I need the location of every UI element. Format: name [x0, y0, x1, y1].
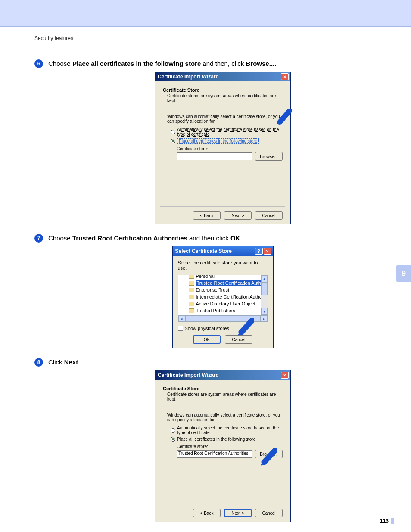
folder-icon	[189, 275, 194, 279]
scroll-down-icon[interactable]: ▾	[261, 308, 268, 315]
cert-import-wizard-dialog-step6: Certificate Import Wizard × Certificate …	[155, 72, 291, 224]
arrow-icon	[259, 448, 277, 467]
show-physical-stores-checkbox[interactable]: Show physical stores	[178, 326, 268, 331]
arrow-icon	[275, 109, 292, 126]
t: Click	[48, 358, 64, 366]
t: .	[78, 358, 80, 366]
tree-label: Active Directory User Object	[196, 301, 255, 306]
step-text: Choose Trusted Root Certification Author…	[48, 234, 242, 243]
scroll-up-icon[interactable]: ▴	[261, 275, 268, 282]
dialog-titlebar: Certificate Import Wizard ×	[155, 72, 290, 81]
tree-label: Trusted Publishers	[196, 308, 235, 313]
close-icon[interactable]: ×	[281, 73, 289, 80]
tree-label: Trusted Root Certification Authorities	[196, 280, 268, 286]
cert-store-field[interactable]	[177, 152, 252, 160]
t: .	[274, 60, 276, 67]
step-bullet: 8	[34, 358, 43, 367]
close-icon[interactable]: ×	[264, 248, 271, 255]
scroll-left-icon[interactable]: ◂	[178, 315, 185, 322]
select-store-label: Select the certificate store you want to…	[178, 260, 268, 271]
tree-item-personal[interactable]: Personal	[179, 275, 267, 280]
header-band	[0, 0, 411, 27]
select-cert-store-dialog: Select Certificate Store ? × Select the …	[172, 246, 274, 348]
folder-icon	[189, 302, 194, 306]
checkbox-icon	[178, 326, 183, 331]
ok-button[interactable]: OK	[193, 335, 221, 344]
t: Choose	[48, 60, 72, 67]
dialog-title: Select Certificate Store	[175, 248, 232, 254]
vertical-scrollbar[interactable]: ▴ ▾	[261, 275, 268, 315]
step-bullet: 6	[34, 59, 43, 68]
cert-store-sub: Certificate stores are system areas wher…	[163, 93, 283, 103]
arrow-icon	[236, 318, 254, 336]
radio-place[interactable]: Place all certificates in the following …	[171, 138, 283, 144]
cert-store-field[interactable]: Trusted Root Certification Authorities	[177, 450, 252, 458]
t: Choose	[48, 234, 72, 242]
tree-item-trusted-pub[interactable]: Trusted Publishers	[179, 307, 267, 314]
tree-item-intermediate[interactable]: Intermediate Certification Authorities	[179, 293, 267, 300]
page-number: 113	[380, 518, 394, 524]
t: Place all certificates in the following …	[72, 60, 201, 67]
back-button[interactable]: < Back	[193, 211, 221, 220]
t: Browse...	[246, 60, 275, 67]
tree-item-aduo[interactable]: Active Directory User Object	[179, 300, 267, 307]
cancel-button[interactable]: Cancel	[225, 335, 252, 344]
t: Trusted Root Certification Authorities	[72, 234, 187, 242]
tree-label: Intermediate Certification Authorities	[196, 294, 268, 299]
scroll-thumb[interactable]	[261, 282, 268, 295]
radio-label: Automatically select the certificate sto…	[177, 426, 283, 435]
scroll-right-icon[interactable]: ▸	[261, 315, 268, 322]
back-button[interactable]: < Back	[193, 509, 221, 517]
t: Next	[64, 358, 78, 366]
cert-store-sub: Certificate stores are system areas wher…	[163, 392, 283, 401]
cert-store-heading: Certificate Store	[163, 87, 283, 93]
section-title: Security features	[34, 35, 411, 41]
t: and then click	[187, 234, 230, 242]
step-text: Click Next.	[48, 358, 80, 367]
close-icon[interactable]: ×	[281, 372, 289, 379]
cancel-button[interactable]: Cancel	[255, 509, 283, 517]
dialog-titlebar: Select Certificate Store ? ×	[173, 246, 273, 256]
radio-icon	[171, 139, 175, 143]
folder-icon	[189, 295, 194, 299]
step-7: 7 Choose Trusted Root Certification Auth…	[34, 234, 411, 243]
radio-icon	[171, 130, 175, 134]
radio-label: Place all certificates in the following …	[177, 138, 259, 144]
cert-store-heading: Certificate Store	[163, 386, 283, 391]
folder-icon	[189, 288, 194, 292]
next-button[interactable]: Next >	[224, 509, 252, 517]
step-6: 6 Choose Place all certificates in the f…	[34, 59, 411, 68]
step-8: 8 Click Next.	[34, 358, 411, 367]
radio-auto[interactable]: Automatically select the certificate sto…	[171, 127, 283, 137]
checkbox-label: Show physical stores	[185, 326, 229, 331]
radio-label: Automatically select the certificate sto…	[177, 127, 283, 137]
step-text: Choose Place all certificates in the fol…	[48, 59, 276, 68]
folder-icon	[189, 281, 194, 286]
dialog-title: Certificate Import Wizard	[158, 372, 219, 378]
help-icon[interactable]: ?	[255, 248, 263, 255]
cert-store-para: Windows can automatically select a certi…	[167, 413, 283, 422]
tree-item-enterprise[interactable]: Enterprise Trust	[179, 286, 267, 293]
t: .	[240, 234, 242, 242]
cert-store-para: Windows can automatically select a certi…	[167, 114, 283, 124]
browse-button[interactable]: Browse...	[255, 152, 283, 161]
radio-icon	[171, 428, 175, 433]
chapter-tab: 9	[396, 265, 411, 282]
t: and then, click	[201, 60, 246, 67]
folder-icon	[189, 308, 194, 313]
cert-import-wizard-dialog-step8: Certificate Import Wizard × Certificate …	[155, 370, 291, 522]
radio-label: Place all certificates in the following …	[177, 437, 255, 442]
radio-auto[interactable]: Automatically select the certificate sto…	[171, 426, 283, 435]
next-button[interactable]: Next >	[224, 211, 252, 220]
radio-place[interactable]: Place all certificates in the following …	[171, 437, 283, 442]
cert-store-tree[interactable]: Personal Trusted Root Certification Auth…	[178, 275, 268, 322]
cert-store-field-label: Certificate store:	[177, 146, 283, 151]
tree-label: Enterprise Trust	[196, 287, 230, 292]
t: OK	[230, 234, 240, 242]
tree-label: Personal	[196, 275, 215, 279]
radio-icon	[171, 437, 175, 442]
tree-item-trusted-root[interactable]: Trusted Root Certification Authorities	[179, 280, 267, 286]
dialog-titlebar: Certificate Import Wizard ×	[155, 370, 290, 380]
step-bullet: 7	[34, 234, 43, 243]
cancel-button[interactable]: Cancel	[255, 211, 283, 220]
